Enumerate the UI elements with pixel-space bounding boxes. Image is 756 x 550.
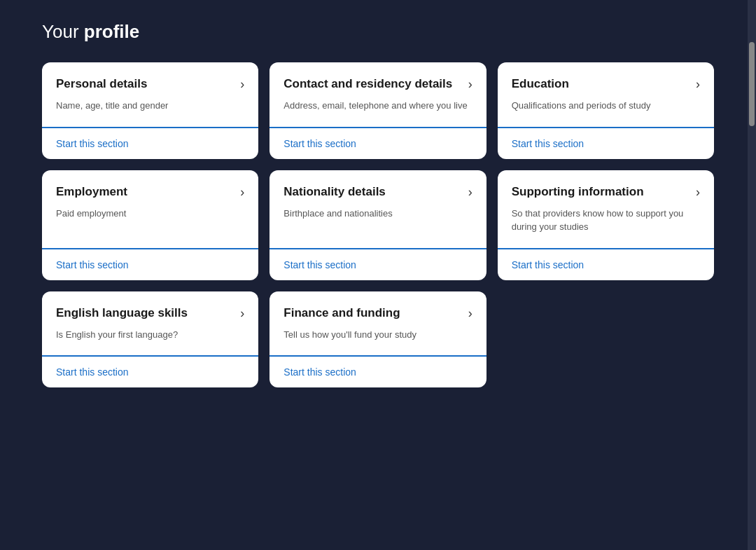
card-supporting-information[interactable]: Supporting information › So that provide… <box>498 170 714 280</box>
card-description-contact-residency: Address, email, telephone and where you … <box>284 99 472 113</box>
card-grid: Personal details › Name, age, title and … <box>42 62 714 387</box>
chevron-right-icon-contact-residency: › <box>468 77 472 92</box>
card-action-nationality-details[interactable]: Start this section <box>284 249 472 280</box>
card-header-nationality-details: Nationality details › <box>284 184 472 200</box>
card-header-employment: Employment › <box>56 184 244 200</box>
card-header-personal-details: Personal details › <box>56 76 244 92</box>
card-title-personal-details: Personal details <box>56 76 240 92</box>
card-education[interactable]: Education › Qualifications and periods o… <box>498 62 714 159</box>
card-description-education: Qualifications and periods of study <box>512 99 700 113</box>
card-title-education: Education <box>512 76 696 92</box>
card-title-english-language: English language skills <box>56 305 240 321</box>
scrollbar-track[interactable] <box>748 0 756 550</box>
chevron-right-icon-personal-details: › <box>240 77 244 92</box>
page-title: Your profile <box>42 21 714 43</box>
card-english-language[interactable]: English language skills › Is English you… <box>42 291 258 388</box>
card-header-education: Education › <box>512 76 700 92</box>
card-action-employment[interactable]: Start this section <box>56 249 244 280</box>
chevron-right-icon-finance-funding: › <box>468 306 472 321</box>
card-employment[interactable]: Employment › Paid employment Start this … <box>42 170 258 280</box>
card-header-supporting-information: Supporting information › <box>512 184 700 200</box>
card-header-english-language: English language skills › <box>56 305 244 321</box>
card-title-contact-residency: Contact and residency details <box>284 76 468 92</box>
card-contact-residency[interactable]: Contact and residency details › Address,… <box>270 62 486 159</box>
card-action-english-language[interactable]: Start this section <box>56 357 244 387</box>
card-title-finance-funding: Finance and funding <box>284 305 468 321</box>
chevron-right-icon-employment: › <box>240 185 244 200</box>
card-title-nationality-details: Nationality details <box>284 184 468 200</box>
chevron-right-icon-nationality-details: › <box>468 185 472 200</box>
card-description-finance-funding: Tell us how you'll fund your study <box>284 328 472 342</box>
card-action-education[interactable]: Start this section <box>512 128 700 159</box>
card-title-employment: Employment <box>56 184 240 200</box>
card-action-finance-funding[interactable]: Start this section <box>284 357 472 387</box>
card-title-supporting-information: Supporting information <box>512 184 696 200</box>
chevron-right-icon-education: › <box>696 77 700 92</box>
card-finance-funding[interactable]: Finance and funding › Tell us how you'll… <box>270 291 486 388</box>
card-description-supporting-information: So that providers know how to support yo… <box>512 207 700 234</box>
card-header-contact-residency: Contact and residency details › <box>284 76 472 92</box>
scrollbar-thumb[interactable] <box>749 42 755 126</box>
card-action-personal-details[interactable]: Start this section <box>56 128 244 159</box>
card-description-nationality-details: Birthplace and nationalities <box>284 207 472 234</box>
card-description-english-language: Is English your first language? <box>56 328 244 342</box>
page-wrapper: Your profile Personal details › Name, ag… <box>0 0 756 415</box>
card-description-personal-details: Name, age, title and gender <box>56 99 244 113</box>
card-nationality-details[interactable]: Nationality details › Birthplace and nat… <box>270 170 486 280</box>
card-action-supporting-information[interactable]: Start this section <box>512 249 700 280</box>
chevron-right-icon-supporting-information: › <box>696 185 700 200</box>
card-description-employment: Paid employment <box>56 207 244 234</box>
card-action-contact-residency[interactable]: Start this section <box>284 128 472 159</box>
card-header-finance-funding: Finance and funding › <box>284 305 472 321</box>
card-personal-details[interactable]: Personal details › Name, age, title and … <box>42 62 258 159</box>
chevron-right-icon-english-language: › <box>240 306 244 321</box>
